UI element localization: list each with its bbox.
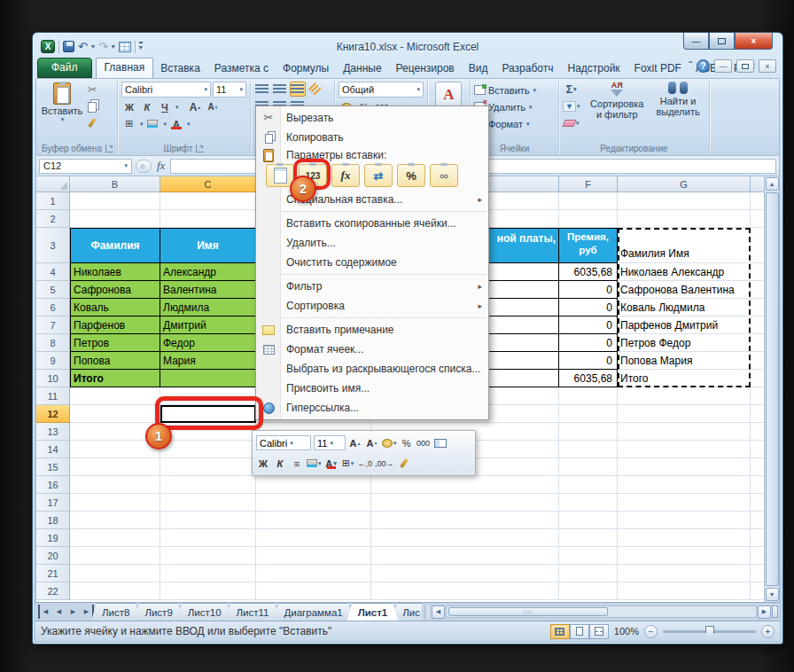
cell-G5[interactable]: Сафронова Валентина — [618, 281, 751, 299]
cell-G19[interactable] — [618, 529, 751, 547]
name-box[interactable]: C12▾ — [39, 159, 132, 174]
menu-item-define-name[interactable]: Присвоить имя... — [256, 379, 488, 398]
font-name-combo[interactable]: Calibri▾ — [121, 82, 211, 98]
cell-D22[interactable] — [256, 582, 371, 600]
cell-C8[interactable]: Федор — [160, 334, 256, 352]
cell-B12[interactable] — [70, 405, 160, 423]
row-header-4[interactable]: 4 — [36, 263, 70, 281]
cell-D20[interactable] — [256, 547, 371, 565]
cell-B15[interactable] — [70, 458, 160, 476]
horizontal-scroll-thumb[interactable]: |||| — [448, 607, 608, 616]
mini-shrink-font-button[interactable]: A — [365, 435, 379, 450]
column-header-C[interactable]: C — [160, 176, 256, 192]
mini-accounting-button[interactable]: ▾ — [382, 435, 397, 450]
row-header-14[interactable]: 14 — [36, 441, 70, 458]
row-header-17[interactable]: 17 — [36, 494, 70, 512]
cell-F15[interactable] — [559, 458, 618, 476]
cell-G2[interactable] — [618, 210, 751, 228]
zoom-out-icon[interactable]: − — [644, 625, 658, 638]
cell-C12[interactable] — [160, 405, 256, 423]
paste-option-formulas[interactable]: fx — [331, 164, 360, 187]
tab-разработч[interactable]: Разработч — [494, 59, 560, 78]
zoom-slider[interactable] — [663, 630, 756, 633]
cell-E21[interactable] — [371, 565, 559, 582]
row-header-19[interactable]: 19 — [36, 529, 70, 547]
align-bottom-button[interactable] — [290, 82, 306, 97]
row-header-1[interactable]: 1 — [36, 192, 70, 210]
sheet-tab-лист11[interactable]: Лист11 — [226, 603, 280, 621]
cell-C17[interactable] — [160, 494, 256, 512]
title-bar[interactable]: X ↶▾ ↷▾ ▾ Книга10.xlsx - Microsoft Excel… — [35, 35, 780, 58]
cell-B18[interactable] — [70, 512, 160, 529]
cell-E19[interactable] — [371, 529, 559, 547]
sheet-tab-лист9[interactable]: Лист9 — [134, 603, 183, 621]
cell-B3[interactable]: Фамилия — [70, 228, 160, 263]
redo-icon[interactable]: ↷ — [98, 41, 108, 52]
menu-item-insert-copied-cells[interactable]: Вставить скопированные ячейки... — [256, 214, 488, 233]
cell-D19[interactable] — [256, 529, 371, 547]
cell-B16[interactable] — [70, 476, 160, 494]
undo-dropdown-icon[interactable]: ▾ — [91, 43, 95, 51]
menu-item-filter[interactable]: Фильтр▸ — [256, 277, 488, 296]
zoom-slider-thumb[interactable] — [705, 626, 714, 637]
align-top-button[interactable] — [254, 82, 270, 97]
row-header-8[interactable]: 8 — [36, 334, 70, 352]
styles-button[interactable]: А — [435, 82, 462, 108]
cell-G6[interactable]: Коваль Людмила — [618, 299, 751, 316]
mini-grow-font-button[interactable]: A — [348, 435, 362, 450]
help-icon[interactable]: ? — [697, 59, 710, 73]
cell-G12[interactable] — [618, 405, 751, 423]
tab-вставка[interactable]: Вставка — [153, 59, 207, 78]
cell-B9[interactable]: Попова — [70, 352, 160, 370]
mini-fill-color-button[interactable]: ▾ — [307, 456, 322, 471]
row-header-21[interactable]: 21 — [36, 565, 70, 582]
cell-G4[interactable]: Николаев Александр — [618, 263, 751, 281]
italic-button[interactable]: К — [139, 99, 155, 114]
cell-B22[interactable] — [70, 582, 160, 600]
cell-B2[interactable] — [70, 210, 160, 228]
sheet-tab-лист10[interactable]: Лист10 — [177, 603, 232, 621]
menu-item-clear-contents[interactable]: Очистить содержимое — [256, 253, 488, 272]
clear-button[interactable]: ▾ — [563, 115, 580, 130]
cell-G7[interactable]: Парфенов Дмитрий — [618, 316, 751, 334]
mini-merge-button[interactable] — [433, 435, 448, 450]
cell-C21[interactable] — [160, 565, 256, 582]
mini-italic-button[interactable]: К — [273, 456, 287, 471]
underline-button[interactable]: Ч — [157, 99, 173, 114]
underline-dropdown-icon[interactable]: ▾ — [175, 104, 179, 111]
menu-item-pick-from-list[interactable]: Выбрать из раскрывающегося списка... — [256, 359, 488, 379]
mini-percent-button[interactable]: % — [400, 435, 414, 450]
cell-B20[interactable] — [70, 547, 160, 565]
tab-вид[interactable]: Вид — [462, 59, 495, 78]
cell-F20[interactable] — [559, 547, 618, 565]
grow-font-button[interactable]: A — [187, 99, 203, 114]
collapse-ribbon-icon[interactable]: ˆ — [689, 62, 692, 71]
cell-C11[interactable] — [160, 387, 256, 405]
cell-E18[interactable] — [371, 512, 559, 529]
row-header-5[interactable]: 5 — [36, 281, 70, 299]
cell-G20[interactable] — [618, 547, 751, 565]
maximize-button[interactable] — [709, 33, 735, 50]
menu-item-insert-note[interactable]: Вставить примечание — [256, 320, 488, 340]
align-middle-button[interactable] — [272, 82, 288, 97]
column-header-B[interactable]: B — [70, 176, 160, 192]
autosum-button[interactable]: Σ▾ — [563, 82, 580, 97]
row-header-2[interactable]: 2 — [36, 210, 70, 228]
zoom-level[interactable]: 100% — [614, 626, 639, 637]
menu-item-cut[interactable]: Вырезать✂ — [256, 108, 488, 128]
cell-D21[interactable] — [256, 565, 371, 582]
page-break-view-button[interactable] — [589, 624, 609, 639]
cell-F10[interactable]: 6035,68 — [559, 370, 618, 387]
cell-B5[interactable]: Сафронова — [70, 281, 160, 299]
mini-bold-button[interactable]: Ж — [256, 456, 270, 471]
cell-B17[interactable] — [70, 494, 160, 512]
cell-G21[interactable] — [618, 565, 751, 582]
row-header-7[interactable]: 7 — [36, 316, 70, 334]
paste-option-formatting[interactable]: % — [397, 164, 425, 187]
tab-данные[interactable]: Данные — [336, 59, 388, 78]
close-button[interactable]: × — [735, 33, 773, 50]
find-select-button[interactable]: Найти и выделить — [650, 82, 705, 117]
insert-cells-button[interactable]: Вставить▾ — [474, 82, 555, 98]
dialog-launcher-icon[interactable] — [196, 145, 204, 152]
mini-format-painter-button[interactable] — [397, 456, 411, 471]
